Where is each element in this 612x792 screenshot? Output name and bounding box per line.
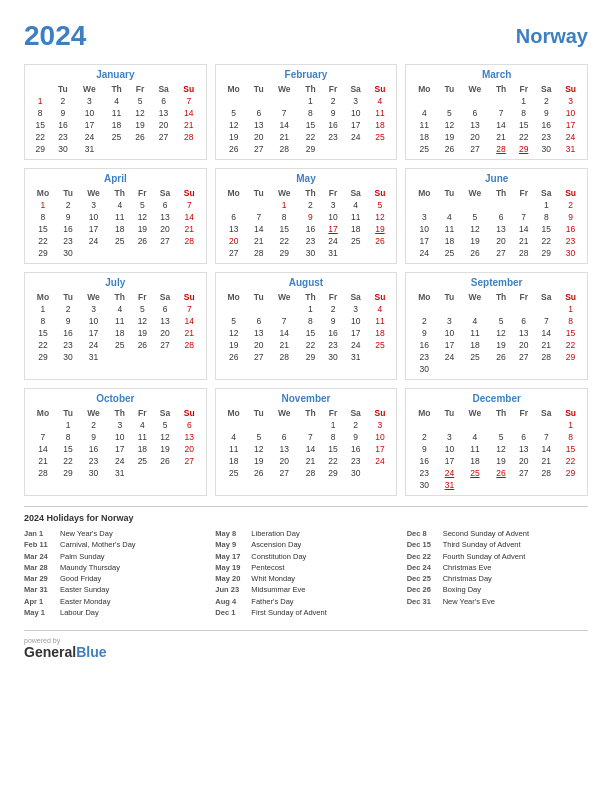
cal-row: 2728293031 [220, 247, 393, 259]
cal-day-cell [248, 303, 270, 315]
cal-day-cell [438, 95, 460, 107]
holiday-date: Dec 24 [407, 562, 439, 573]
cal-day-cell: 18 [368, 327, 393, 339]
cal-day-cell: 18 [108, 327, 132, 339]
month-block-march: MarchMoTuWeThFrSaSu123456789101112131415… [405, 64, 588, 160]
cal-day-cell: 9 [51, 107, 74, 119]
holiday-name: Labour Day [60, 607, 99, 618]
cal-day-cell: 17 [322, 223, 344, 235]
cal-day-cell [29, 419, 57, 431]
cal-day-cell [220, 95, 248, 107]
cal-day-cell: 2 [57, 303, 79, 315]
cal-row: 12131415161718 [220, 327, 393, 339]
holiday-entry: May 19Pentecost [215, 562, 396, 573]
cal-day-cell: 25 [410, 143, 438, 155]
cal-day-cell: 2 [79, 419, 108, 431]
cal-day-cell: 25 [368, 339, 393, 351]
cal-header-cell: Fr [513, 291, 535, 303]
cal-header-cell: Tu [57, 291, 79, 303]
cal-day-cell [151, 143, 176, 155]
cal-day-cell: 28 [270, 351, 299, 363]
cal-day-cell: 20 [177, 443, 202, 455]
cal-table-june: MoTuWeThFrSaSu12345678910111213141516171… [410, 187, 583, 259]
cal-day-cell: 9 [79, 431, 108, 443]
cal-day-cell: 12 [132, 315, 154, 327]
cal-day-cell: 11 [220, 443, 248, 455]
cal-row: 12345 [220, 199, 393, 211]
cal-day-cell: 7 [270, 107, 299, 119]
cal-day-cell: 1 [299, 95, 323, 107]
cal-day-cell: 20 [248, 131, 270, 143]
cal-day-cell: 11 [438, 223, 460, 235]
cal-row: 1234 [220, 95, 393, 107]
cal-day-cell: 28 [513, 247, 535, 259]
cal-table-august: MoTuWeThFrSaSu12345678910111213141516171… [220, 291, 393, 363]
cal-day-cell: 5 [489, 431, 513, 443]
holiday-name: Christmas Day [443, 573, 492, 584]
cal-day-cell: 24 [410, 247, 438, 259]
cal-table-september: MoTuWeThFrSaSu12345678910111213141516171… [410, 291, 583, 375]
cal-day-cell: 18 [438, 235, 460, 247]
cal-day-cell: 11 [344, 211, 368, 223]
cal-day-cell: 22 [322, 455, 344, 467]
cal-day-cell: 28 [270, 143, 299, 155]
cal-table-march: MoTuWeThFrSaSu12345678910111213141516171… [410, 83, 583, 155]
cal-row: 2345678 [410, 431, 583, 443]
cal-day-cell: 16 [57, 223, 79, 235]
cal-day-cell: 25 [438, 247, 460, 259]
cal-day-cell [558, 363, 583, 375]
cal-header-cell: Su [368, 83, 393, 95]
cal-day-cell: 1 [534, 199, 558, 211]
cal-header-cell: Th [299, 291, 323, 303]
cal-day-cell: 16 [57, 327, 79, 339]
cal-header-cell: Su [558, 407, 583, 419]
cal-day-cell: 2 [410, 431, 438, 443]
cal-day-cell [489, 419, 513, 431]
cal-day-cell: 4 [104, 95, 129, 107]
cal-header-cell: Tu [248, 407, 270, 419]
cal-day-cell [461, 479, 490, 491]
cal-row: 567891011 [220, 107, 393, 119]
cal-day-cell: 21 [248, 235, 270, 247]
cal-row: 23242526272829 [410, 467, 583, 479]
cal-day-cell: 10 [438, 327, 460, 339]
cal-header-cell: Fr [513, 187, 535, 199]
cal-day-cell: 15 [29, 119, 51, 131]
holiday-entry: May 20Whit Monday [215, 573, 396, 584]
cal-header-cell: Su [368, 407, 393, 419]
cal-day-cell: 23 [299, 235, 323, 247]
cal-day-cell [270, 303, 299, 315]
cal-day-cell [368, 467, 393, 479]
cal-day-cell: 29 [270, 247, 299, 259]
cal-day-cell: 7 [534, 315, 558, 327]
cal-day-cell: 10 [74, 107, 104, 119]
holiday-name: Palm Sunday [60, 551, 105, 562]
cal-day-cell: 22 [534, 235, 558, 247]
cal-day-cell: 31 [74, 143, 104, 155]
cal-day-cell: 13 [153, 211, 177, 223]
cal-day-cell: 28 [177, 235, 202, 247]
cal-row: 2345678 [410, 315, 583, 327]
cal-day-cell [513, 363, 535, 375]
cal-row: 30 [410, 363, 583, 375]
cal-day-cell: 7 [176, 95, 202, 107]
cal-day-cell: 4 [438, 211, 460, 223]
cal-day-cell: 20 [153, 327, 177, 339]
cal-day-cell: 7 [513, 211, 535, 223]
cal-day-cell: 30 [534, 143, 558, 155]
cal-day-cell [513, 419, 535, 431]
cal-day-cell: 4 [108, 303, 132, 315]
holiday-date: Dec 22 [407, 551, 439, 562]
holiday-date: May 9 [215, 539, 247, 550]
cal-header-cell: Sa [344, 187, 368, 199]
cal-day-cell [489, 199, 513, 211]
cal-day-cell [270, 95, 299, 107]
cal-row: 123456 [29, 419, 202, 431]
cal-day-cell: 6 [513, 431, 535, 443]
holiday-entry: Mar 24Palm Sunday [24, 551, 205, 562]
cal-header-cell: Th [299, 407, 323, 419]
cal-day-cell: 10 [558, 107, 583, 119]
cal-day-cell: 21 [534, 339, 558, 351]
cal-day-cell: 19 [461, 235, 490, 247]
month-name-september: September [410, 277, 583, 288]
